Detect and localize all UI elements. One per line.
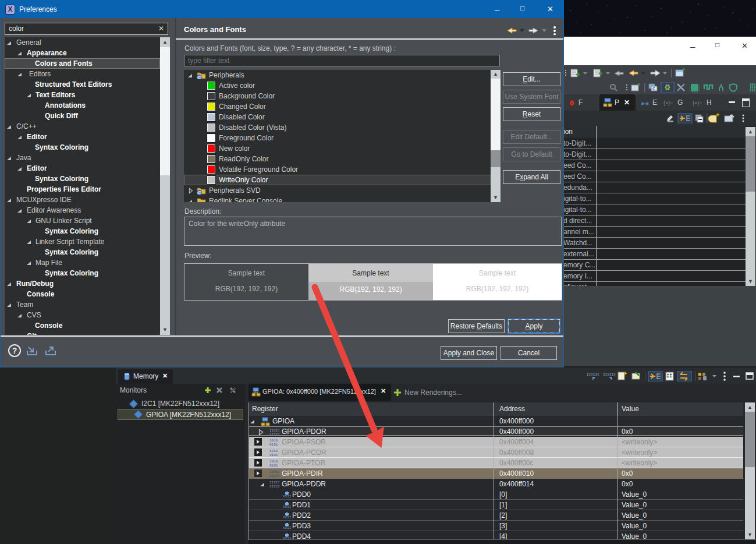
svg-text:@: @ [197, 75, 201, 79]
svg-text:1010: 1010 [269, 449, 278, 453]
svg-text:0101: 0101 [750, 89, 756, 93]
svg-text:IIXIIX: IIXIIX [269, 429, 279, 433]
svg-text:XIIXII: XIIXII [269, 433, 279, 436]
svg-text:@: @ [197, 190, 201, 195]
svg-text:XIIXII: XIIXII [269, 474, 279, 478]
svg-text:1010: 1010 [269, 439, 278, 443]
svg-text:IIXIIX: IIXIIX [269, 470, 279, 474]
svg-text:XIIXII: XIIXII [269, 485, 279, 488]
svg-text:0101: 0101 [269, 443, 278, 446]
svg-text:IIXIIX: IIXIIX [603, 373, 616, 377]
svg-text:{×}=: {×}= [663, 100, 673, 106]
svg-text:0101: 0101 [269, 453, 278, 457]
svg-text:IIXIIX: IIXIIX [269, 481, 279, 485]
svg-text:0101: 0101 [269, 464, 278, 467]
svg-text:1010: 1010 [269, 460, 278, 464]
svg-text:{×}=: {×}= [693, 100, 702, 106]
svg-text:IIXIIX: IIXIIX [587, 373, 599, 377]
svg-text:C: C [652, 87, 655, 91]
